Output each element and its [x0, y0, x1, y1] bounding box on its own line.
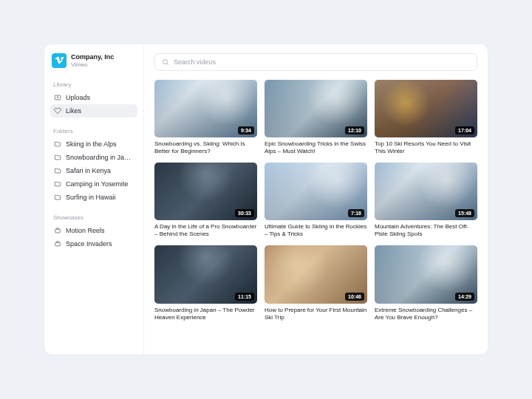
sidebar-item-label: Likes — [66, 107, 81, 115]
video-thumbnail: 7:16 — [265, 163, 367, 220]
video-title: Snowboarding vs. Skiing: Which Is Better… — [154, 140, 257, 155]
folder-icon — [54, 167, 61, 174]
section-label: Folders — [50, 126, 137, 137]
sidebar-section-folders: Folders Skiing in the AlpsSnowboarding i… — [50, 126, 137, 204]
video-thumbnail: 15:48 — [375, 163, 477, 220]
app-window: Company, Inc Vimeo Library UploadsLikes … — [44, 44, 488, 355]
video-title: Ultimate Guide to Skiing in the Rockies … — [265, 223, 367, 238]
sidebar-item-label: Space Invaders — [66, 240, 112, 248]
video-card[interactable]: 14:29Extreme Snowboarding Challenges – A… — [375, 245, 477, 321]
video-grid: 9:34Snowboarding vs. Skiing: Which Is Be… — [154, 80, 477, 321]
video-duration: 14:29 — [455, 293, 474, 301]
video-card[interactable]: 15:48Mountain Adventures: The Best Off-P… — [375, 163, 477, 238]
video-duration: 30:33 — [235, 209, 254, 217]
folder-icon — [54, 194, 61, 201]
video-thumbnail: 14:29 — [375, 245, 477, 303]
sidebar: Company, Inc Vimeo Library UploadsLikes … — [44, 44, 144, 355]
showcase-icon — [54, 227, 61, 234]
video-duration: 10:46 — [345, 293, 364, 301]
video-thumbnail: 17:04 — [375, 80, 477, 137]
video-card[interactable]: 12:10Epic Snowboarding Tricks in the Swi… — [265, 80, 367, 155]
sidebar-item-showcase-1[interactable]: Space Invaders — [50, 237, 137, 250]
folder-icon — [54, 140, 61, 148]
video-title: Mountain Adventures: The Best Off-Piste … — [375, 223, 477, 238]
folder-icon — [54, 154, 61, 161]
video-duration: 15:48 — [455, 209, 474, 217]
section-label: Library — [50, 80, 137, 90]
video-duration: 12:10 — [345, 126, 364, 134]
sidebar-item-label: Safari in Kenya — [66, 167, 111, 174]
video-card[interactable]: 7:16Ultimate Guide to Skiing in the Rock… — [265, 163, 367, 238]
brand-text: Company, Inc Vimeo — [71, 53, 114, 68]
sidebar-item-folder-2[interactable]: Safari in Kenya — [50, 164, 137, 177]
section-label: Showcases — [50, 213, 137, 223]
heart-icon — [54, 107, 61, 115]
folder-icon — [54, 180, 61, 188]
svg-rect-2 — [55, 243, 61, 247]
video-duration: 17:04 — [455, 126, 474, 134]
sidebar-item-likes[interactable]: Likes — [50, 104, 137, 117]
brand[interactable]: Company, Inc Vimeo — [50, 53, 137, 71]
video-thumbnail: 30:33 — [154, 163, 257, 220]
sidebar-item-showcase-0[interactable]: Motion Reels — [50, 224, 137, 237]
search-bar[interactable] — [154, 53, 477, 71]
video-title: Top 10 Ski Resorts You Need to Visit Thi… — [375, 140, 477, 155]
video-title: Snowboarding in Japan – The Powder Heave… — [154, 307, 257, 321]
svg-rect-1 — [55, 230, 61, 233]
sidebar-item-label: Skiing in the Alps — [66, 140, 117, 148]
sidebar-item-folder-0[interactable]: Skiing in the Alps — [50, 137, 137, 151]
video-card[interactable]: 10:46How to Prepare for Your First Mount… — [265, 245, 367, 321]
video-duration: 11:15 — [235, 293, 254, 301]
video-card[interactable]: 17:04Top 10 Ski Resorts You Need to Visi… — [375, 80, 477, 155]
video-card[interactable]: 9:34Snowboarding vs. Skiing: Which Is Be… — [154, 80, 257, 155]
sidebar-item-folder-1[interactable]: Snowboarding in Japan — [50, 151, 137, 164]
sidebar-item-label: Motion Reels — [66, 227, 105, 234]
main-content: 9:34Snowboarding vs. Skiing: Which Is Be… — [144, 44, 488, 355]
sidebar-section-showcases: Showcases Motion ReelsSpace Invaders — [50, 213, 137, 250]
sidebar-item-label: Uploads — [66, 94, 90, 101]
sidebar-item-label: Camping in Yosemite — [66, 180, 129, 188]
sidebar-item-label: Surfing in Hawaii — [66, 194, 116, 201]
video-duration: 7:16 — [348, 209, 364, 217]
svg-line-4 — [167, 64, 168, 65]
video-thumbnail: 11:15 — [154, 245, 257, 303]
video-card[interactable]: 30:33A Day in the Life of a Pro Snowboar… — [154, 163, 257, 238]
brand-subtitle: Vimeo — [71, 61, 114, 69]
brand-title: Company, Inc — [71, 53, 114, 61]
sidebar-item-folder-3[interactable]: Camping in Yosemite — [50, 177, 137, 191]
sidebar-item-label: Snowboarding in Japan — [66, 154, 134, 161]
video-thumbnail: 10:46 — [265, 245, 367, 303]
vimeo-logo-icon — [52, 53, 66, 68]
video-title: Extreme Snowboarding Challenges – Are Yo… — [375, 307, 477, 321]
sidebar-section-library: Library UploadsLikes — [50, 80, 137, 117]
showcase-icon — [54, 240, 61, 248]
video-title: A Day in the Life of a Pro Snowboarder –… — [154, 223, 257, 238]
video-thumbnail: 12:10 — [265, 80, 367, 137]
video-thumbnail: 9:34 — [154, 80, 257, 137]
video-title: Epic Snowboarding Tricks in the Swiss Al… — [265, 140, 367, 155]
video-duration: 9:34 — [238, 126, 254, 134]
search-input[interactable] — [174, 58, 470, 66]
svg-point-3 — [163, 60, 168, 64]
search-icon — [162, 58, 169, 66]
video-title: How to Prepare for Your First Mountain S… — [265, 307, 367, 321]
sidebar-item-uploads[interactable]: Uploads — [50, 91, 137, 104]
sidebar-item-folder-4[interactable]: Surfing in Hawaii — [50, 191, 137, 204]
video-card[interactable]: 11:15Snowboarding in Japan – The Powder … — [154, 245, 257, 321]
upload-icon — [54, 94, 61, 101]
